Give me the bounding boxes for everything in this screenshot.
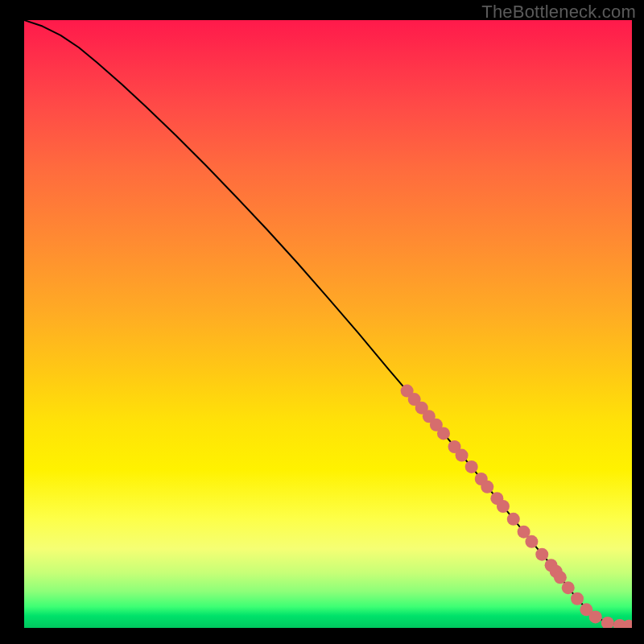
- marker-point: [481, 481, 493, 493]
- marker-point: [497, 500, 510, 513]
- marker-point: [456, 449, 469, 462]
- plot-area: [24, 20, 632, 628]
- marker-point: [601, 617, 614, 628]
- watermark-label: TheBottleneck.com: [481, 2, 636, 23]
- marker-point: [562, 581, 575, 594]
- marker-point: [507, 513, 520, 526]
- chart-frame: TheBottleneck.com: [0, 0, 644, 644]
- marker-point: [589, 610, 602, 623]
- marker-point: [535, 548, 548, 561]
- marker-point: [571, 592, 584, 605]
- curve-bottleneck-curve: [24, 20, 632, 626]
- bottleneck-chart: [24, 20, 632, 628]
- marker-point: [525, 535, 538, 548]
- marker-point: [554, 571, 567, 584]
- marker-point: [465, 460, 478, 473]
- marker-point: [437, 427, 450, 440]
